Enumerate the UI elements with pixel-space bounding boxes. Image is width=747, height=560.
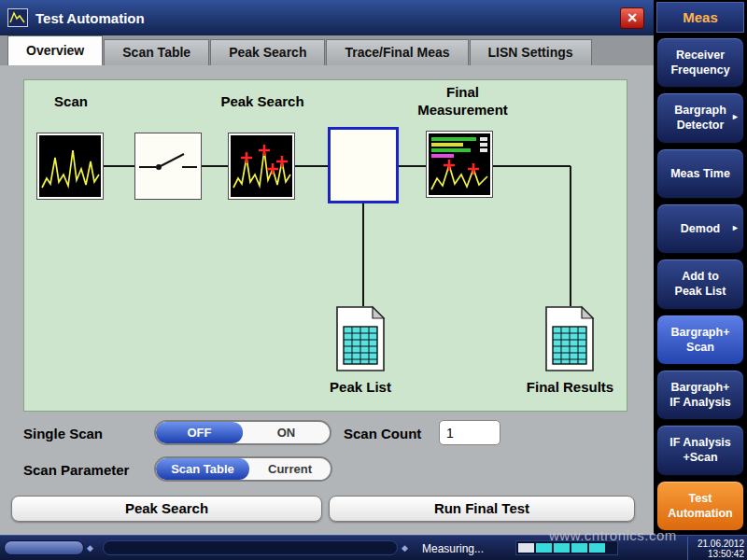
connector-line xyxy=(570,166,571,306)
diamond-icon: ◆ xyxy=(87,543,93,553)
softkey-label: Receiver Frequency xyxy=(670,48,729,78)
softkey-label: Bargraph+ Scan xyxy=(671,325,730,356)
softkey-label: Bargraph Detector xyxy=(674,103,726,133)
date-text: 21.06.2012 xyxy=(698,539,744,549)
softkey-bargraph-detector[interactable]: Bargraph Detector ► xyxy=(656,92,744,143)
scan-node[interactable] xyxy=(36,133,104,200)
titlebar: Test Automation ✕ xyxy=(0,0,654,35)
progress-segment xyxy=(571,543,587,553)
tab-scan-table[interactable]: Scan Table xyxy=(104,39,209,65)
submenu-arrow-icon: ► xyxy=(731,113,740,124)
clock: 21.06.2012 13:50:42 xyxy=(687,537,744,560)
peak-search-button[interactable]: Peak Search xyxy=(11,496,322,522)
menu-header: Meas xyxy=(656,2,744,33)
scan-trace-icon xyxy=(39,135,101,197)
tab-overview[interactable]: Overview xyxy=(7,35,103,65)
single-scan-on-option[interactable]: ON xyxy=(243,422,330,443)
final-measurement-icon xyxy=(429,133,490,195)
scan-label: Scan xyxy=(34,93,108,111)
scrollbar-track[interactable] xyxy=(103,540,398,555)
scan-count-label: Scan Count xyxy=(344,426,421,441)
softkey-bargraph-if-analysis[interactable]: Bargraph+ IF Analysis xyxy=(656,370,744,420)
progress-segment xyxy=(554,543,570,553)
single-scan-toggle: OFF ON xyxy=(154,420,331,445)
watermark: www.cntronics.com xyxy=(549,527,677,543)
softkey-label: IF Analysis +Scan xyxy=(669,435,731,466)
scan-parameter-label: Scan Parameter xyxy=(23,462,129,478)
softkey-receiver-frequency[interactable]: Receiver Frequency xyxy=(656,37,744,88)
final-results-label: Final Results xyxy=(507,379,633,397)
flow-diagram-panel: Scan Peak Search Final Measurement Peak … xyxy=(23,79,627,412)
time-text: 13:50:42 xyxy=(698,549,744,559)
softkey-label: Test Automation xyxy=(668,491,732,522)
softkey-if-analysis-scan[interactable]: IF Analysis +Scan xyxy=(656,425,744,475)
close-icon[interactable]: ✕ xyxy=(620,7,644,29)
softkey-label: Demod xyxy=(681,221,720,236)
tab-trace-final-meas[interactable]: Trace/Final Meas xyxy=(326,39,468,65)
scan-parameter-toggle: Scan Table Current xyxy=(154,456,332,482)
softkey-test-automation[interactable]: Test Automation xyxy=(656,481,744,531)
switch-icon xyxy=(137,135,199,197)
junction-node[interactable] xyxy=(328,127,399,203)
softkey-label: Meas Time xyxy=(670,166,730,181)
run-final-test-button[interactable]: Run Final Test xyxy=(329,496,635,522)
peak-list-label: Peak List xyxy=(309,379,412,397)
progress-segment xyxy=(536,543,552,553)
peak-search-label: Peak Search xyxy=(206,93,318,111)
softkey-label: Bargraph+ IF Analysis xyxy=(669,380,731,411)
measuring-status: Measuring... xyxy=(422,542,484,555)
scan-count-input[interactable] xyxy=(439,420,500,445)
progress-segment xyxy=(518,543,534,553)
app-icon xyxy=(7,8,28,27)
tab-bar: Overview Scan Table Peak Search Trace/Fi… xyxy=(0,35,654,65)
tab-peak-search[interactable]: Peak Search xyxy=(210,39,325,65)
diamond-icon: ◆ xyxy=(402,543,408,553)
progress-segment xyxy=(589,543,605,553)
single-scan-label: Single Scan xyxy=(23,426,103,441)
final-measurement-node[interactable] xyxy=(426,131,493,198)
peak-search-trace-icon xyxy=(231,135,292,197)
single-scan-off-option[interactable]: OFF xyxy=(156,422,243,443)
instrument-screen: Test Automation ✕ Overview Scan Table Pe… xyxy=(0,0,747,560)
final-measurement-label: Final Measurement xyxy=(409,84,516,119)
softkey-meas-time[interactable]: Meas Time xyxy=(656,148,744,199)
softkey-label: Add to Peak List xyxy=(675,269,726,300)
scan-parameter-current-option[interactable]: Current xyxy=(249,458,331,480)
softkey-menu: Meas Receiver Frequency Bargraph Detecto… xyxy=(654,0,747,535)
submenu-arrow-icon: ► xyxy=(731,223,740,234)
softkey-demod[interactable]: Demod ► xyxy=(656,203,744,254)
tab-lisn-settings[interactable]: LISN Settings xyxy=(470,39,592,65)
switch-node[interactable] xyxy=(134,133,202,200)
scan-parameter-scan-table-option[interactable]: Scan Table xyxy=(156,458,249,480)
peak-list-icon[interactable] xyxy=(331,304,390,373)
main-window: Test Automation ✕ Overview Scan Table Pe… xyxy=(0,0,654,535)
scrollbar-thumb[interactable] xyxy=(4,540,84,555)
softkey-add-to-peak-list[interactable]: Add to Peak List xyxy=(656,259,744,309)
softkey-bargraph-scan[interactable]: Bargraph+ Scan xyxy=(656,315,744,365)
window-title: Test Automation xyxy=(35,10,613,26)
peak-search-node[interactable] xyxy=(228,133,295,200)
final-results-icon[interactable] xyxy=(540,304,599,373)
